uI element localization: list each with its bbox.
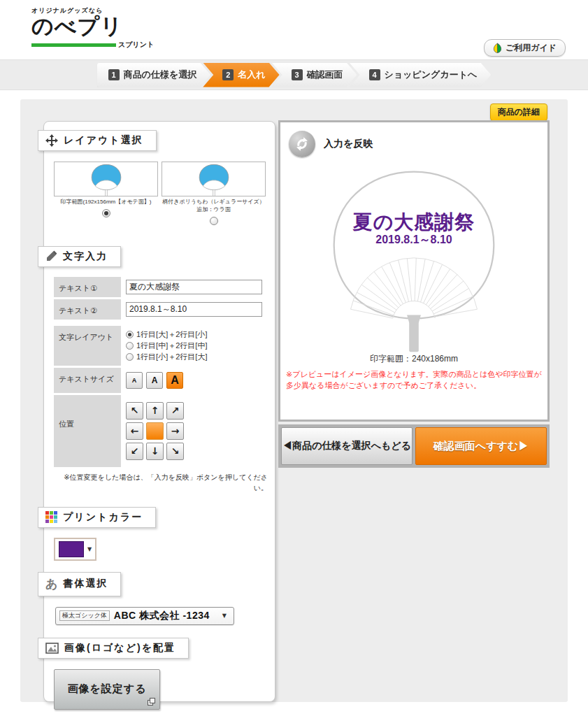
text-size-large-button[interactable]: A <box>166 372 183 389</box>
layout-section-header: レイアウト選択 <box>38 130 157 151</box>
fan-image-icon <box>84 162 129 196</box>
caret-down-icon: ▼ <box>87 546 92 552</box>
position-center-button[interactable] <box>146 422 164 440</box>
pencil-icon <box>45 250 57 262</box>
text1-input[interactable] <box>126 280 262 294</box>
position-up-left-button[interactable]: ↖ <box>126 402 143 420</box>
position-note: ※位置変更をした場合は、「入力を反映」ボタンを押してください。 <box>54 472 268 493</box>
preview-disclaimer: ※プレビューはイメージ画像となります。実際の商品とは色や印字位置が多少異なる場合… <box>286 369 542 392</box>
text-size-row: テキストサイズ AAA <box>54 368 268 393</box>
position-down-left-button[interactable]: ↙ <box>126 443 143 460</box>
font-section-title: 書体選択 <box>63 578 108 590</box>
fan-preview: 夏の大感謝祭 2019.8.1～8.10 <box>310 163 517 353</box>
header: オリジナルグッズなら のべプリ スプリント ご利用ガイド <box>0 0 588 59</box>
text2-input[interactable] <box>126 302 262 317</box>
image-section-title: 画像(ロゴなど)を配置 <box>64 642 175 654</box>
text-layout-radio-2[interactable] <box>126 342 134 350</box>
layout-back-radio[interactable] <box>210 217 218 225</box>
text-layout-option-1-label: 1行目[大]＋2行目[小] <box>136 329 207 340</box>
position-left-button[interactable]: ← <box>126 422 143 440</box>
layout-option-back[interactable]: 柄付きポリうちわ（レギュラーサイズ） 追加：ウラ面 <box>162 162 266 228</box>
preview-panel: 入力を反映 <box>278 120 550 422</box>
refresh-icon[interactable] <box>289 131 315 157</box>
fan-image-icon <box>192 162 236 196</box>
step-4-number: 4 <box>369 69 380 80</box>
text-layout-row: 文字レイアウト 1行目[大]＋2行目[小] 1行目[中]＋2行目[中] <box>54 326 268 366</box>
product-detail-button[interactable]: 商品の詳細 <box>490 103 547 121</box>
move-icon <box>45 134 58 147</box>
nav-button-strip: ◀商品の仕様を選択へもどる 確認画面へすすむ▶ <box>278 424 550 468</box>
back-to-spec-button[interactable]: ◀商品の仕様を選択へもどる <box>281 427 413 465</box>
layout-options: 印字範囲(192x156mm【オモテ面】) 柄付きポリうちわ（ <box>54 162 266 228</box>
brand-underline <box>31 43 116 47</box>
layout-front-radio[interactable] <box>102 209 110 217</box>
color-grid-icon <box>45 511 57 523</box>
position-down-button[interactable]: ↓ <box>146 443 164 460</box>
main-area: 商品の詳細 レイアウト選択 <box>20 99 568 702</box>
layout-option-front-caption: 印字範囲(192x156mm【オモテ面】) <box>54 199 158 206</box>
step-3-number: 3 <box>292 69 303 80</box>
text-layout-label: 文字レイアウト <box>54 326 121 366</box>
text-section-header: 文字入力 <box>38 246 121 267</box>
print-area-caption: 印字範囲：240x186mm <box>280 353 547 365</box>
text-layout-option-1[interactable]: 1行目[大]＋2行目[小] <box>126 329 268 340</box>
apply-label: 入力を反映 <box>324 138 373 150</box>
guide-button-label: ご利用ガイド <box>505 42 557 54</box>
text2-row: テキスト② <box>54 299 268 320</box>
layout-section-title: レイアウト選択 <box>64 134 143 147</box>
position-grid: ↖ ↑ ↗ ← → ↙ ↓ ↘ <box>126 402 268 460</box>
text-size-small-button[interactable]: A <box>126 372 143 389</box>
caret-down-icon: ▼ <box>222 613 227 619</box>
go-to-confirm-button[interactable]: 確認画面へすすむ▶ <box>415 427 547 465</box>
preview-text-line1: 夏の大感謝祭 <box>310 212 517 234</box>
editor-panel: レイアウト選択 印字範囲(192x156mm【オモテ面】) <box>43 121 275 702</box>
text-layout-option-3-label: 1行目[小]＋2行目[大] <box>136 352 207 362</box>
step-1-number: 1 <box>108 69 120 80</box>
print-color-picker[interactable]: ▼ <box>54 538 96 561</box>
kana-a-icon: あ <box>45 576 57 592</box>
step-4-cart[interactable]: 4 ショッピングカートへ <box>350 63 492 87</box>
image-section-header: 画像(ロゴなど)を配置 <box>38 638 189 659</box>
set-image-button[interactable]: 画像を設定する <box>54 669 160 710</box>
font-section-header: あ 書体選択 <box>38 572 121 596</box>
text-layout-option-2[interactable]: 1行目[中]＋2行目[中] <box>126 341 268 351</box>
fan-thumbnail-back <box>162 162 266 196</box>
step-4-label: ショッピングカートへ <box>385 69 478 81</box>
image-icon <box>45 643 59 654</box>
layout-option-front[interactable]: 印字範囲(192x156mm【オモテ面】) <box>54 162 158 228</box>
text1-row: テキスト① <box>54 277 268 297</box>
font-sample-text: ABC 株式会社 -1234 <box>114 610 210 622</box>
progress-stepbar: 1 商品の仕様を選択 2 名入れ 3 確認画面 4 ショッピングカートへ <box>0 59 588 90</box>
text2-label: テキスト② <box>54 299 121 320</box>
position-down-right-button[interactable]: ↘ <box>166 443 184 460</box>
text1-label: テキスト① <box>54 277 121 297</box>
brand-logo[interactable]: オリジナルグッズなら のべプリ スプリント <box>31 6 154 51</box>
brand-name: のべプリ <box>31 15 154 38</box>
page: オリジナルグッズなら のべプリ スプリント ご利用ガイド 1 商品の仕様を選択 … <box>0 0 588 716</box>
color-section-title: プリントカラー <box>63 511 143 524</box>
font-select[interactable]: 極太ゴシック体 ABC 株式会社 -1234 ▼ <box>55 607 234 625</box>
text-layout-radio-3[interactable] <box>126 353 134 361</box>
text-layout-radio-1[interactable] <box>126 331 134 338</box>
step-2-number: 2 <box>222 69 234 80</box>
step-2-naire-active[interactable]: 2 名入れ <box>203 63 279 87</box>
beginner-mark-icon <box>493 43 502 53</box>
step-3-label: 確認画面 <box>307 69 343 81</box>
text-size-medium-button[interactable]: A <box>146 372 163 389</box>
text-section-title: 文字入力 <box>63 250 108 263</box>
guide-button[interactable]: ご利用ガイド <box>484 39 566 57</box>
selected-color-swatch <box>59 541 84 557</box>
set-image-button-label: 画像を設定する <box>67 682 146 696</box>
step-1-label: 商品の仕様を選択 <box>124 69 197 81</box>
position-right-button[interactable]: → <box>166 422 184 440</box>
layout-option-back-caption2: 追加：ウラ面 <box>196 206 230 213</box>
step-1-select-spec[interactable]: 1 商品の仕様を選択 <box>97 63 211 87</box>
font-style-tag: 極太ゴシック体 <box>59 610 110 621</box>
step-3-confirm[interactable]: 3 確認画面 <box>272 63 357 87</box>
position-up-button[interactable]: ↑ <box>146 402 164 420</box>
text-layout-option-3[interactable]: 1行目[小]＋2行目[大] <box>126 352 268 362</box>
position-up-right-button[interactable]: ↗ <box>166 402 184 420</box>
position-label: 位置 <box>54 395 121 467</box>
fan-outline-image <box>310 163 517 353</box>
text-size-label: テキストサイズ <box>54 368 121 393</box>
